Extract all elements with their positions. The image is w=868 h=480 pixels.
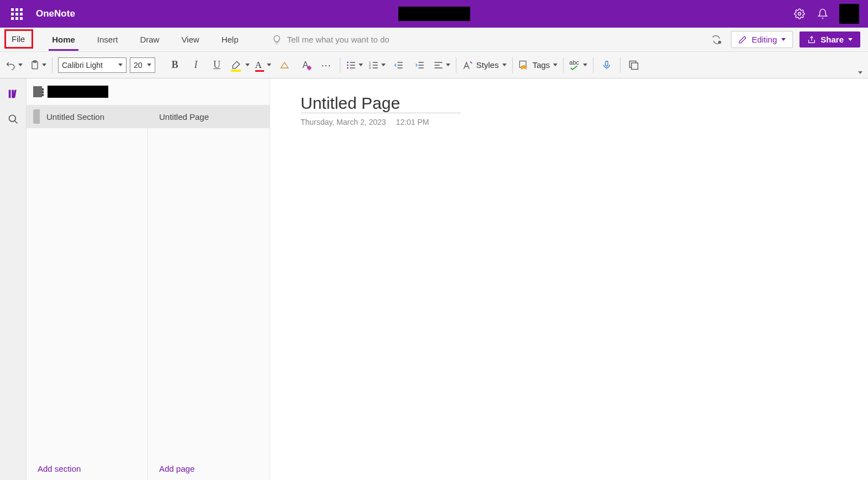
app-name: OneNote	[36, 8, 75, 19]
pencil-icon	[738, 35, 747, 44]
font-color-button[interactable]: A	[255, 60, 271, 71]
feed-button[interactable]	[626, 57, 641, 73]
highlight-button[interactable]	[230, 60, 250, 71]
document-title-redacted[interactable]	[398, 7, 470, 21]
lightbulb-icon	[272, 35, 282, 45]
chevron-down-icon	[502, 64, 507, 66]
user-avatar[interactable]	[839, 4, 859, 24]
bullet-list-button[interactable]	[346, 60, 363, 71]
chevron-down-icon	[446, 64, 450, 66]
page-title-input[interactable]: Untitled Page	[301, 94, 461, 113]
notifications-icon[interactable]	[816, 7, 829, 20]
font-color-swatch	[255, 70, 264, 72]
chevron-down-icon	[267, 64, 271, 66]
highlight-color-swatch	[231, 70, 241, 72]
svg-text:3: 3	[369, 66, 371, 69]
add-page-button[interactable]: Add page	[148, 457, 270, 480]
ribbon: Calibri Light 20 B I U A A◆ ⋯	[0, 52, 868, 78]
waffle-icon	[11, 8, 23, 20]
sync-status-icon[interactable]	[709, 32, 724, 48]
pages-list: Untitled Page Add page	[148, 105, 270, 480]
tell-me-search[interactable]: Tell me what you want to do	[272, 35, 390, 45]
chevron-down-icon	[848, 38, 853, 41]
notebooks-button[interactable]	[6, 86, 21, 102]
more-formatting-button[interactable]: ⋯	[319, 57, 334, 73]
tags-icon	[518, 60, 529, 71]
page-item[interactable]: Untitled Page	[148, 105, 270, 128]
tags-button[interactable]: Tags	[518, 60, 558, 71]
font-size-select[interactable]: 20	[130, 57, 155, 73]
styles-button[interactable]: Styles	[462, 60, 507, 71]
share-label: Share	[820, 35, 844, 44]
chevron-down-icon	[18, 64, 23, 66]
section-item[interactable]: Untitled Section	[27, 105, 148, 128]
dictate-button[interactable]	[599, 57, 614, 73]
section-tab-icon	[33, 109, 40, 124]
svg-rect-26	[606, 61, 608, 66]
undo-button[interactable]	[6, 60, 23, 71]
notebook-header[interactable]	[27, 78, 270, 105]
chevron-down-icon	[42, 64, 46, 66]
share-icon	[807, 35, 816, 44]
paste-button[interactable]	[29, 60, 46, 71]
chevron-down-icon	[147, 64, 151, 66]
spellcheck-button[interactable]: abc	[569, 60, 587, 70]
tags-label: Tags	[533, 60, 550, 70]
chevron-down-icon	[781, 38, 786, 41]
svg-point-6	[347, 64, 349, 66]
editing-mode-button[interactable]: Editing	[731, 31, 793, 48]
svg-point-8	[347, 67, 349, 68]
tab-draw[interactable]: Draw	[135, 31, 164, 48]
file-tab[interactable]: File	[4, 29, 33, 49]
chevron-down-icon	[245, 64, 250, 66]
ribbon-collapse-button[interactable]	[858, 67, 862, 78]
page-time: 12:01 PM	[396, 118, 429, 126]
tell-me-placeholder: Tell me what you want to do	[287, 35, 390, 44]
font-size-value: 20	[134, 61, 143, 70]
italic-button[interactable]: I	[188, 57, 204, 73]
page-canvas[interactable]: Untitled Page Thursday, March 2, 2023 12…	[270, 78, 868, 480]
menubar: File Home Insert Draw View Help Tell me …	[0, 28, 868, 52]
format-painter-button[interactable]: A◆	[298, 57, 313, 73]
svg-rect-29	[8, 90, 10, 98]
settings-icon[interactable]	[793, 7, 806, 20]
chevron-down-icon	[553, 64, 557, 66]
chevron-down-icon	[118, 64, 123, 66]
page-meta: Thursday, March 2, 2023 12:01 PM	[301, 118, 868, 126]
main: Untitled Section Add section Untitled Pa…	[0, 78, 868, 480]
app-launcher[interactable]	[6, 3, 28, 25]
section-label: Untitled Section	[46, 112, 104, 122]
chevron-down-icon	[359, 64, 363, 66]
search-button[interactable]	[6, 112, 21, 127]
svg-line-33	[14, 121, 17, 124]
add-section-button[interactable]: Add section	[27, 457, 148, 480]
tab-view[interactable]: View	[177, 31, 203, 48]
underline-button[interactable]: U	[209, 57, 225, 73]
tab-help[interactable]: Help	[217, 31, 243, 48]
left-rail	[0, 78, 27, 480]
page-date: Thursday, March 2, 2023	[301, 118, 386, 126]
svg-point-32	[9, 115, 15, 122]
styles-icon	[462, 60, 473, 71]
editing-label: Editing	[751, 35, 777, 44]
tab-insert[interactable]: Insert	[93, 31, 123, 48]
share-button[interactable]: Share	[799, 31, 860, 48]
svg-rect-28	[632, 62, 638, 69]
svg-point-0	[798, 13, 801, 15]
indent-button[interactable]	[412, 57, 428, 73]
titlebar: OneNote	[0, 0, 868, 28]
bold-button[interactable]: B	[167, 57, 183, 73]
svg-point-4	[347, 61, 349, 63]
page-label: Untitled Page	[159, 112, 209, 122]
navigation-pane: Untitled Section Add section Untitled Pa…	[27, 78, 270, 480]
align-button[interactable]	[433, 60, 450, 71]
outdent-button[interactable]	[391, 57, 407, 73]
tab-home[interactable]: Home	[48, 31, 80, 48]
numbered-list-button[interactable]: 123	[369, 60, 386, 71]
font-name-select[interactable]: Calibri Light	[58, 57, 127, 73]
sections-list: Untitled Section Add section	[27, 105, 148, 480]
spell-label: abc	[569, 60, 579, 66]
font-name-value: Calibri Light	[62, 61, 103, 70]
notebook-name-redacted	[48, 86, 108, 98]
clear-formatting-button[interactable]	[277, 57, 292, 73]
